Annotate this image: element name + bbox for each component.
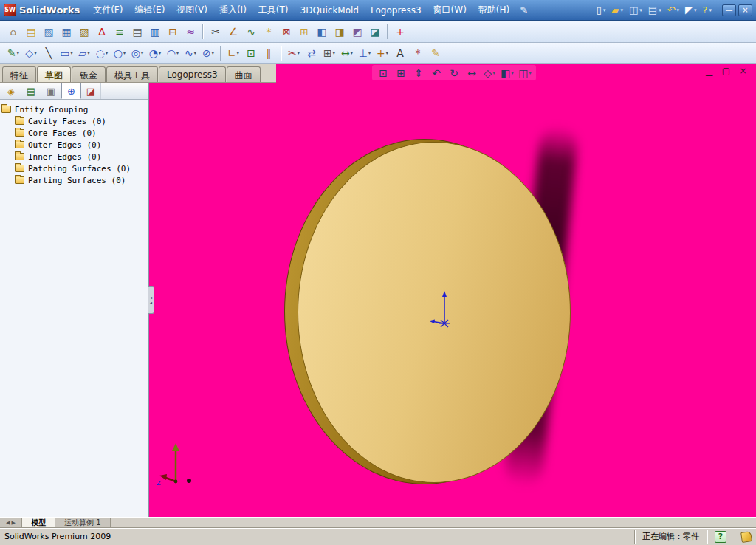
slot-icon[interactable]: ◌ bbox=[94, 45, 110, 61]
save-icon[interactable]: ◫ bbox=[626, 4, 645, 16]
model-tab[interactable]: 模型 bbox=[22, 518, 55, 527]
zoom-fit-icon[interactable]: ⊡ bbox=[376, 65, 391, 80]
centerpoint-arc-icon[interactable]: ◔ bbox=[147, 45, 163, 61]
tree-item[interactable]: Core Faces (0) bbox=[1, 127, 147, 139]
insert-folder-icon[interactable]: ▤ bbox=[23, 24, 39, 40]
viewport-minimize-button[interactable]: ▁ bbox=[704, 66, 715, 75]
print-icon[interactable]: ▤ bbox=[645, 4, 664, 16]
trim-entities-icon[interactable]: ✂ bbox=[286, 45, 302, 61]
ruled-surface-icon[interactable]: ∿ bbox=[243, 24, 259, 40]
menu-3dquickmold[interactable]: 3DQuickMold bbox=[295, 2, 365, 18]
radiate-surface-icon[interactable]: * bbox=[261, 24, 277, 40]
planar-surface-icon[interactable]: ▦ bbox=[58, 24, 75, 40]
configuration-manager-tab[interactable]: ▣ bbox=[41, 83, 61, 99]
parting-surface-icon[interactable]: ⊞ bbox=[296, 24, 312, 40]
menu-window[interactable]: 窗口(W) bbox=[427, 1, 472, 19]
parallelogram-icon[interactable]: ▱ bbox=[76, 45, 92, 61]
tree-item[interactable]: Patching Surfaces (0) bbox=[1, 162, 147, 174]
help-icon[interactable]: ? bbox=[700, 4, 715, 16]
pan-icon[interactable]: ↔ bbox=[464, 65, 479, 80]
display-manager-tab[interactable]: ◪ bbox=[81, 83, 101, 99]
convert-entities-icon[interactable]: ⊡ bbox=[243, 45, 259, 61]
tangent-arc-icon[interactable]: ◠ bbox=[165, 45, 181, 61]
linear-pattern-icon[interactable]: ⊞ bbox=[321, 45, 337, 61]
ellipse-icon[interactable]: ⊘ bbox=[200, 45, 216, 61]
viewport-restore-button[interactable]: ▢ bbox=[721, 66, 732, 75]
insert-mold-base-icon[interactable]: ◪ bbox=[367, 24, 383, 40]
cavity-icon[interactable]: ◩ bbox=[349, 24, 365, 40]
offset-surface-icon[interactable]: ▨ bbox=[76, 24, 92, 40]
open-icon[interactable]: ▰ bbox=[609, 4, 627, 16]
quick-snaps-icon[interactable]: + bbox=[374, 45, 391, 61]
tree-item[interactable]: Outer Edges (0) bbox=[1, 139, 147, 151]
perimeter-circle-icon[interactable]: ◎ bbox=[129, 45, 145, 61]
line-icon[interactable]: ╲ bbox=[41, 45, 57, 61]
surface-bodies-icon[interactable]: ▧ bbox=[41, 24, 57, 40]
move-entities-icon[interactable]: ↔ bbox=[339, 45, 355, 61]
standard-views-icon[interactable]: ◇ bbox=[482, 65, 497, 80]
minimize-button[interactable]: — bbox=[722, 4, 736, 16]
draft-analysis-icon[interactable]: ▥ bbox=[147, 24, 163, 40]
select-icon[interactable]: ◤ bbox=[682, 4, 700, 16]
spline-icon[interactable]: ∿ bbox=[182, 45, 199, 61]
tree-item[interactable]: Inner Edges (0) bbox=[1, 151, 147, 162]
tree-item[interactable]: Cavity Faces (0) bbox=[1, 115, 147, 127]
tree-item[interactable]: Parting Surfaces (0) bbox=[1, 174, 147, 186]
new-document-icon[interactable]: ▯ bbox=[594, 4, 609, 16]
tab-sketch[interactable]: 草图 bbox=[37, 66, 71, 82]
shut-off-surface-icon[interactable]: ⊠ bbox=[278, 24, 295, 40]
viewport-close-button[interactable]: × bbox=[738, 66, 749, 75]
mold-doctor-icon[interactable]: ⌂ bbox=[5, 24, 21, 40]
motion-study-tab[interactable]: 运动算例 1 bbox=[55, 518, 111, 527]
split-line-icon[interactable]: ✂ bbox=[207, 24, 224, 40]
menu-tools[interactable]: 工具(T) bbox=[252, 1, 295, 19]
panel-collapse-handle[interactable]: ◂◂ bbox=[148, 286, 154, 314]
undercut-detection-icon[interactable]: ⊟ bbox=[165, 24, 181, 40]
close-button[interactable]: × bbox=[738, 4, 752, 16]
mirror-entities-icon[interactable]: ⇄ bbox=[303, 45, 320, 61]
parting-line-icon[interactable]: ≈ bbox=[182, 24, 199, 40]
zoom-in-out-icon[interactable]: ⇕ bbox=[411, 65, 426, 80]
point-icon[interactable]: * bbox=[410, 45, 426, 61]
undo-icon[interactable]: ↶ bbox=[664, 4, 682, 16]
tab-splitter[interactable]: ◀ ▶ bbox=[0, 518, 22, 527]
tooling-split-icon[interactable]: ◧ bbox=[314, 24, 330, 40]
draft-icon[interactable]: ∠ bbox=[225, 24, 241, 40]
zoom-area-icon[interactable]: ⊞ bbox=[394, 65, 408, 80]
tab-logopress3[interactable]: Logopress3 bbox=[159, 66, 226, 82]
graphics-viewport[interactable]: z bbox=[149, 83, 756, 517]
tag-icon[interactable] bbox=[740, 531, 752, 543]
text-icon[interactable]: A bbox=[392, 45, 408, 61]
tree-root[interactable]: Entity Grouping bbox=[1, 103, 147, 115]
menu-insert[interactable]: 插入(I) bbox=[213, 1, 252, 19]
add-tool-icon[interactable]: + bbox=[392, 24, 408, 40]
display-style-icon[interactable]: ◧ bbox=[500, 65, 515, 80]
sketch-picture-icon[interactable]: ✎ bbox=[427, 45, 444, 61]
tab-features[interactable]: 特征 bbox=[2, 66, 36, 82]
tab-sheet-metal[interactable]: 钣金 bbox=[72, 66, 106, 82]
menu-logopress3[interactable]: Logopress3 bbox=[365, 2, 427, 18]
tab-mold-tools[interactable]: 模具工具 bbox=[106, 66, 158, 82]
menu-edit[interactable]: 编辑(E) bbox=[128, 1, 171, 19]
offset-entities-icon[interactable]: ∥ bbox=[261, 45, 277, 61]
move-face-icon[interactable]: ≡ bbox=[111, 24, 128, 40]
core-icon[interactable]: ◨ bbox=[331, 24, 348, 40]
sketch-icon[interactable]: ✎ bbox=[5, 45, 21, 61]
menu-view[interactable]: 视图(V) bbox=[171, 1, 213, 19]
circle-icon[interactable]: ○ bbox=[111, 45, 128, 61]
property-manager-tab[interactable]: ▤ bbox=[21, 83, 41, 99]
previous-view-icon[interactable]: ↶ bbox=[429, 65, 444, 80]
feature-manager-tab[interactable]: ◈ bbox=[1, 83, 21, 99]
view-orientation-icon[interactable]: ◫ bbox=[518, 65, 532, 80]
rectangle-icon[interactable]: ▭ bbox=[58, 45, 75, 61]
menu-file[interactable]: 文件(F) bbox=[87, 1, 128, 19]
scale-icon[interactable]: ∆ bbox=[94, 24, 110, 40]
quick-tips-icon[interactable]: ? bbox=[715, 531, 726, 543]
display-relations-icon[interactable]: ⊥ bbox=[357, 45, 373, 61]
tab-surfaces[interactable]: 曲面 bbox=[227, 66, 261, 82]
menu-help[interactable]: 帮助(H) bbox=[472, 1, 515, 19]
sketch-fillet-icon[interactable]: ∟ bbox=[225, 45, 241, 61]
feature-list-icon[interactable]: ▤ bbox=[129, 24, 145, 40]
rotate-view-icon[interactable]: ↻ bbox=[447, 65, 461, 80]
smart-dimension-icon[interactable]: ◇ bbox=[23, 45, 39, 61]
